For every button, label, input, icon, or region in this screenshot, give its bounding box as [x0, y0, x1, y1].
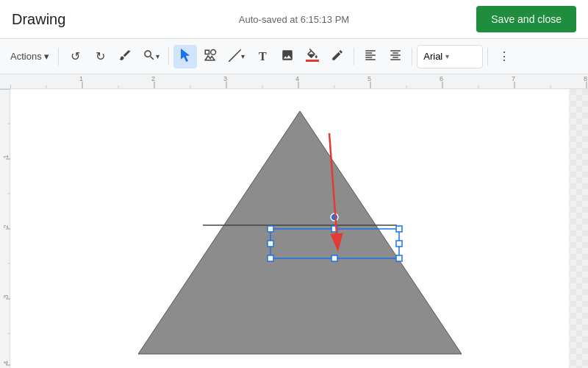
toolbar-separator-1 — [58, 48, 59, 66]
toolbar-separator-4 — [412, 48, 412, 66]
svg-text:3: 3 — [2, 294, 10, 298]
svg-text:2: 2 — [151, 75, 155, 82]
svg-rect-48 — [331, 255, 337, 261]
zoom-dropdown-arrow: ▾ — [156, 52, 159, 60]
svg-rect-50 — [396, 241, 402, 247]
header: Drawing Auto-saved at 6:15:13 PM Save an… — [0, 0, 588, 39]
svg-text:4: 4 — [2, 361, 10, 364]
pencil-icon — [331, 49, 344, 65]
redo-button[interactable]: ↻ — [88, 45, 112, 68]
svg-rect-0 — [206, 50, 209, 54]
svg-rect-44 — [396, 226, 402, 232]
svg-text:1: 1 — [2, 155, 10, 158]
canvas-area[interactable]: 1 2 3 4 — [0, 89, 588, 368]
font-name: Arial — [423, 51, 442, 62]
align-center-button[interactable] — [384, 45, 407, 68]
shape-icon — [204, 49, 217, 65]
toolbar: Actions ▾ ↺ ↻ ▾ — [0, 39, 588, 74]
line-button[interactable]: ▾ — [223, 45, 249, 68]
line-dropdown-arrow: ▾ — [241, 52, 245, 60]
undo-button[interactable]: ↺ — [63, 45, 87, 68]
drawing-canvas[interactable] — [10, 89, 569, 368]
horizontal-ruler: 1 2 3 4 5 6 7 8 — [0, 74, 588, 89]
svg-rect-45 — [268, 255, 273, 261]
redo-icon: ↻ — [96, 49, 105, 63]
svg-text:6: 6 — [440, 75, 443, 82]
line-icon — [228, 49, 241, 65]
svg-text:1: 1 — [79, 75, 83, 82]
toolbar-separator-3 — [354, 48, 354, 66]
svg-rect-46 — [396, 255, 402, 261]
text-button[interactable]: T — [251, 45, 274, 68]
zoom-icon — [143, 49, 156, 65]
pyramid-shape — [21, 89, 579, 368]
select-button[interactable] — [173, 45, 197, 68]
actions-label: Actions ▾ — [10, 51, 49, 62]
image-icon — [281, 49, 294, 65]
more-options-button[interactable]: ⋮ — [492, 45, 516, 68]
svg-marker-40 — [138, 111, 462, 354]
font-selector[interactable]: Arial ▾ — [417, 45, 483, 68]
image-button[interactable] — [276, 45, 299, 68]
more-options-icon: ⋮ — [498, 49, 510, 63]
svg-point-1 — [211, 49, 216, 54]
zoom-button[interactable]: ▾ — [138, 45, 164, 68]
format-paint-button[interactable] — [113, 45, 137, 68]
select-icon — [179, 49, 192, 65]
undo-icon: ↺ — [71, 49, 80, 63]
vertical-ruler: 1 2 3 4 — [0, 89, 10, 368]
font-dropdown-arrow: ▾ — [445, 52, 449, 60]
shape-button[interactable] — [198, 45, 222, 68]
align-center-icon — [389, 49, 402, 65]
fill-color-button[interactable] — [301, 45, 324, 68]
svg-text:4: 4 — [295, 75, 299, 82]
align-left-button[interactable] — [359, 45, 382, 68]
align-left-icon — [364, 49, 377, 65]
svg-rect-43 — [268, 226, 273, 232]
save-close-button[interactable]: Save and close — [476, 6, 576, 32]
svg-rect-49 — [268, 241, 273, 247]
autosave-status: Auto-saved at 6:15:13 PM — [239, 14, 349, 25]
format-paint-icon — [118, 49, 132, 65]
fill-color-icon — [306, 49, 319, 65]
svg-text:8: 8 — [584, 75, 587, 82]
svg-text:5: 5 — [368, 75, 371, 82]
toolbar-separator-5 — [487, 48, 488, 66]
svg-text:3: 3 — [223, 75, 227, 82]
svg-text:2: 2 — [2, 224, 10, 228]
line-color-button[interactable] — [326, 45, 349, 68]
actions-button[interactable]: Actions ▾ — [6, 45, 54, 68]
text-icon: T — [259, 50, 267, 63]
app-title: Drawing — [12, 11, 65, 28]
svg-text:7: 7 — [512, 75, 515, 82]
toolbar-separator-2 — [168, 48, 169, 66]
